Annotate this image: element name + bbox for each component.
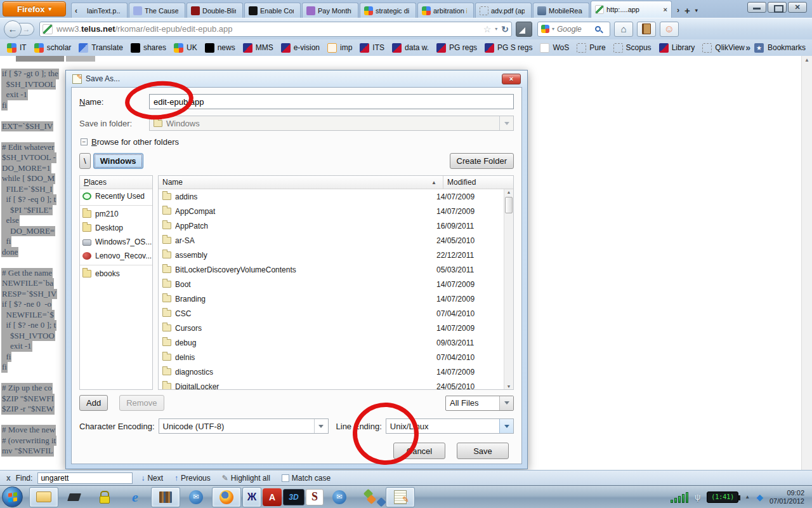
url-bar[interactable]: www3.telus.net/rkomar/edit-epub/edit-epu…	[39, 22, 512, 37]
page-scrollbar[interactable]: ▲	[801, 56, 812, 470]
table-row[interactable]: BitLockerDiscoveryVolumeContents 05/03/2…	[159, 262, 504, 277]
browse-expander[interactable]: − Browse for other folders	[81, 137, 514, 147]
bookmark-item[interactable]: PG regs	[433, 42, 480, 54]
taskbar-item[interactable]	[90, 487, 119, 507]
tab-close-icon[interactable]: ×	[664, 6, 667, 13]
search-box[interactable]: ▾	[537, 22, 610, 37]
table-row[interactable]: AppPatch 16/09/2011	[159, 218, 504, 233]
wireless-antenna-icon[interactable]: ψ	[695, 492, 700, 502]
find-previous-button[interactable]: ↑ Previous	[171, 473, 214, 483]
bookmark-item[interactable]: data w.	[389, 42, 432, 54]
add-button[interactable]: Add	[79, 395, 108, 411]
places-item[interactable]: Recently Used	[80, 189, 152, 203]
taskbar-item[interactable]	[29, 487, 58, 507]
table-row[interactable]: addins 14/07/2009	[159, 189, 504, 204]
taskbar-item[interactable]: A	[263, 488, 282, 506]
table-row[interactable]: CSC 07/04/2010	[159, 306, 504, 321]
table-row[interactable]: diagnostics 14/07/2009	[159, 364, 504, 379]
table-row[interactable]: delnis 07/04/2010	[159, 350, 504, 364]
table-row[interactable]: ar-SA 24/05/2010	[159, 233, 504, 248]
places-item[interactable]: ebooks	[80, 265, 152, 281]
bookmark-item[interactable]: WoS	[537, 42, 572, 54]
back-button[interactable]: ←	[4, 20, 22, 38]
search-icon[interactable]	[595, 26, 601, 32]
bookmark-item[interactable]: Translate	[75, 42, 126, 54]
tab[interactable]: Enable Con...	[244, 3, 301, 18]
save-button[interactable]: Save	[457, 443, 509, 459]
bookmark-item[interactable]: MMS	[240, 42, 277, 54]
column-header-name[interactable]: Name ▲	[159, 176, 443, 189]
dialog-close-button[interactable]: ×	[502, 74, 521, 84]
scroll-up-icon[interactable]: ▲	[504, 190, 513, 194]
find-close-icon[interactable]: x	[6, 474, 11, 483]
extension-smiley-button[interactable]: ☺	[660, 22, 679, 37]
table-row[interactable]: AppCompat 14/07/2009	[159, 204, 504, 218]
path-windows-button[interactable]: Windows	[93, 153, 143, 169]
bookmarks-star-icon[interactable]: ★	[754, 43, 764, 53]
places-item[interactable]: Desktop	[80, 221, 152, 235]
bookmarks-sidebar-button[interactable]	[637, 22, 656, 37]
url-text[interactable]: www3.telus.net/rkomar/edit-epub/edit-epu…	[56, 24, 480, 34]
taskbar-item[interactable]: e	[121, 487, 150, 507]
tab[interactable]: strategic dis...	[360, 3, 416, 18]
start-button[interactable]	[2, 486, 23, 507]
new-tab-button[interactable]: +	[684, 5, 690, 16]
tab[interactable]: http:....app ×	[591, 1, 672, 18]
column-header-modified[interactable]: Modified	[443, 176, 513, 189]
tab[interactable]: The Causes ...	[129, 3, 185, 18]
taskbar-clock[interactable]: 09:02 07/01/2012	[769, 489, 807, 505]
bookmark-item[interactable]: Scopus	[610, 42, 655, 54]
bookmark-item[interactable]: ITS	[357, 42, 388, 54]
create-folder-button[interactable]: Create Folder	[450, 153, 514, 169]
bookmark-item[interactable]: Library	[656, 42, 698, 54]
table-row[interactable]: assembly 22/12/2011	[159, 248, 504, 262]
taskbar-item[interactable]: 3D	[283, 489, 304, 505]
bookmark-item[interactable]: UK	[171, 42, 200, 54]
google-icon[interactable]	[541, 25, 549, 33]
table-row[interactable]: Cursors 14/07/2009	[159, 321, 504, 335]
find-input[interactable]	[37, 472, 133, 484]
match-case-checkbox[interactable]	[282, 474, 289, 482]
bookmark-item[interactable]: e-vision	[278, 42, 323, 54]
save-in-folder-combo[interactable]: Windows	[149, 116, 514, 131]
tab[interactable]: adv.pdf (ap...	[475, 3, 532, 18]
taskbar-item[interactable]: S	[306, 489, 324, 505]
table-row[interactable]: DigitalLocker 24/05/2010	[159, 379, 504, 389]
dialog-title-bar[interactable]: Save As... ×	[71, 70, 522, 87]
tab-scroll-right-button[interactable]: ›	[677, 6, 679, 15]
restore-button[interactable]	[768, 2, 787, 13]
search-engine-dropdown-icon[interactable]: ▾	[552, 26, 554, 32]
taskbar-item[interactable]	[212, 487, 241, 507]
bookmark-item[interactable]: PG S regs	[481, 42, 535, 54]
site-identity-icon[interactable]	[43, 24, 53, 34]
places-item[interactable]: Lenovo_Recov...	[80, 249, 152, 263]
places-item[interactable]: Windows7_OS...	[80, 235, 152, 249]
taskbar-item[interactable]: Ж	[242, 487, 261, 507]
tab[interactable]: Double-Blin...	[187, 3, 243, 18]
search-input[interactable]	[557, 25, 593, 34]
tab[interactable]: Pay Monthl...	[302, 3, 358, 18]
signal-bars-icon[interactable]	[671, 491, 688, 503]
match-case-option[interactable]: Match case	[278, 473, 334, 483]
tab[interactable]: arbitration i...	[417, 3, 474, 18]
table-row[interactable]: Branding 14/07/2009	[159, 291, 504, 306]
path-root-button[interactable]: \	[79, 153, 91, 169]
url-dropdown-icon[interactable]: ▾	[495, 26, 497, 32]
taskbar-item[interactable]	[151, 487, 180, 507]
bookmark-item[interactable]: scholar	[31, 42, 75, 54]
places-header[interactable]: Places	[80, 176, 152, 189]
filename-input[interactable]	[149, 94, 514, 109]
bookmark-star-icon[interactable]: ☆	[483, 24, 492, 34]
find-next-button[interactable]: ↓ Next	[138, 473, 166, 483]
bookmark-item[interactable]: shares	[128, 42, 169, 54]
tab-list-dropdown[interactable]: ▾	[695, 8, 698, 13]
bookmarks-overflow-icon[interactable]: »	[745, 43, 750, 53]
tab-scroll-left-button[interactable]: ‹	[71, 4, 81, 18]
scroll-down-icon[interactable]: ▼	[504, 384, 513, 389]
bookmark-item[interactable]: QlikView	[699, 42, 745, 54]
table-row[interactable]: Boot 14/07/2009	[159, 277, 504, 291]
highlight-all-button[interactable]: ✎ Highlight all	[219, 473, 273, 483]
taskbar-item[interactable]	[181, 487, 211, 507]
browse-for-folders-label[interactable]: Browse for other folders	[91, 137, 179, 147]
firefox-menu-button[interactable]: Firefox ▾	[3, 1, 66, 17]
